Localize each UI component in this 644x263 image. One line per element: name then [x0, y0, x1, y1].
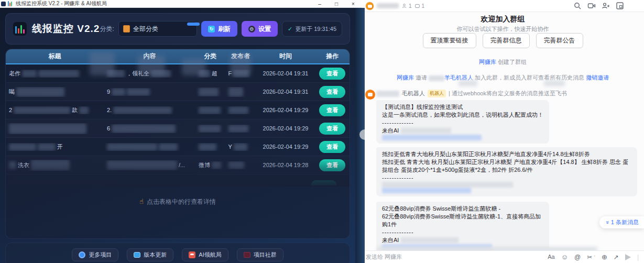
bot-badge: 机器人 — [428, 90, 446, 97]
invite-line: 网赚库 邀请 羊毛机器人 加入此群，新成员入群可查看所有历史消息 撤销邀请 — [362, 74, 644, 82]
new-message-badge[interactable]: » 1 条新消息 — [599, 216, 644, 228]
redacted-blur — [544, 80, 565, 86]
table-row[interactable]: 老作 ，领礼全 超 F 2026-02-04 19:31 查看 — [6, 64, 350, 83]
view-button[interactable]: 查看 — [319, 141, 345, 153]
sidebar-edge-strip — [355, 8, 365, 263]
redacted-link-blur — [382, 188, 471, 193]
app-logo-icon — [13, 22, 27, 36]
pointing-finger-icon: ☝ — [139, 198, 144, 205]
gear-icon: ⚙ — [248, 26, 255, 32]
view-button[interactable]: 查看 — [319, 159, 345, 171]
redacted-blur — [382, 182, 513, 188]
chat-header: 1 1 — [362, 0, 644, 12]
status-badge: ✓ 更新于 19:31:45 — [282, 21, 342, 37]
category-value: 全部分类 — [133, 25, 158, 34]
redacted-blur — [459, 80, 477, 86]
revoke-invite-link[interactable]: 撤销邀请 — [586, 74, 609, 81]
table-row[interactable]: 喝 9 2026-02-04 19:31 查看 — [6, 83, 350, 101]
welcome-title: 欢迎加入群组 — [362, 15, 644, 24]
ai-bureau-button[interactable]: AI领航局 — [182, 248, 228, 261]
people-icon — [401, 3, 407, 9]
column-header-time: 时间 — [256, 52, 315, 61]
redacted-blur — [376, 91, 399, 97]
robot-icon — [189, 251, 195, 258]
page-title: 线报监控 V2.2 — [32, 22, 100, 36]
column-header-action: 操作 — [315, 52, 350, 61]
complete-announcement-button[interactable]: 完善群公告 — [536, 33, 583, 48]
chevron-down-icon: » — [604, 221, 610, 224]
pin-links-button[interactable]: 置顶重要链接 — [423, 33, 476, 48]
message-composer[interactable]: 发送给 网赚库 Aa ☺ @ ✂ ˇ ⊕ ↗ | — [362, 250, 644, 263]
view-button[interactable]: 查看 — [319, 123, 345, 135]
message-bubble[interactable]: 【测试消息】线报监控推送测试 这是一条测试消息，如果您收到此消息，说明机器人配置… — [376, 100, 549, 144]
redacted-blur — [401, 128, 451, 134]
table-row[interactable]: 6 2026-02-04 19:29 查看 — [6, 119, 350, 138]
partial-view-button — [311, 180, 337, 185]
mention-icon[interactable]: @ — [574, 254, 581, 260]
more-apps-icon[interactable] — [616, 2, 624, 10]
group-name-redacted — [377, 3, 399, 8]
check-icon: ✓ — [288, 26, 292, 32]
monitor-app-body: 线报监控 V2.2 分类: 全部分类 ↻ 刷新 ⚙ 设置 ✓ 更新于 19:31… — [0, 8, 355, 263]
monitor-icon — [134, 252, 140, 258]
app-icon — [8, 1, 13, 6]
screenshot-chevron-icon: ˇ — [594, 255, 595, 259]
refresh-button[interactable]: ↻ 刷新 — [201, 21, 237, 37]
text-format-icon[interactable]: Aa — [548, 254, 554, 260]
redacted-link-blur — [382, 135, 482, 140]
version-update-button[interactable]: 版本更新 — [127, 248, 173, 261]
composer-placeholder: 发送给 网赚库 — [366, 253, 402, 261]
footer-toolbar: 更多项目 版本更新 AI领航局 项目社群 — [5, 243, 350, 263]
pin-count: 1 — [414, 3, 425, 9]
redacted-blur — [401, 237, 459, 243]
creator-link[interactable]: 网赚库 — [479, 59, 496, 65]
view-button[interactable]: 查看 — [319, 104, 345, 116]
screenshot-icon[interactable]: ✂ — [587, 254, 592, 260]
category-select[interactable]: 全部分类 — [118, 21, 197, 37]
bot-avatar[interactable] — [365, 90, 375, 100]
clipboard-icon — [123, 25, 130, 32]
video-call-icon[interactable] — [587, 2, 596, 10]
redacted-blur — [429, 75, 444, 81]
message-bubble[interactable]: 62元叠88vip消费券 Swisse斯维诗益生菌软糖 - 62元叠88vip消… — [376, 202, 549, 250]
app-header: 线报监控 V2.2 分类: 全部分类 ↻ 刷新 ⚙ 设置 ✓ 更新于 19:31… — [5, 13, 350, 45]
select-scroll-dash — [187, 23, 200, 26]
collapse-handle[interactable] — [359, 129, 365, 140]
chat-message-area: 欢迎加入群组 你可以尝试以下操作，快速开始协作 置顶重要链接 完善群信息 完善群… — [362, 12, 644, 250]
table-row[interactable]: 开 Y 2026-02-04 19:29 查看 — [6, 138, 350, 156]
settings-button[interactable]: ⚙ 设置 — [242, 21, 278, 37]
window-title: 线报监控系统 V2.2 - 网赚库 & AI领航局 — [16, 0, 107, 7]
table-header: 标题 内容 分类 发布者 时间 操作 — [6, 49, 350, 64]
bot-description: 通过webhook将自定义服务的消息推送至飞书 — [452, 90, 567, 96]
add-member-icon[interactable] — [602, 2, 610, 10]
table-hint: ☝点击表格中的行查看详情 — [6, 198, 350, 206]
group-created-line: 网赚库 创建了群组 — [362, 58, 644, 66]
inviter-link[interactable]: 网赚库 — [397, 74, 414, 81]
emoji-icon[interactable]: ☺ — [561, 254, 568, 260]
maximize-button[interactable]: □ — [328, 0, 345, 7]
more-projects-button[interactable]: 更多项目 — [72, 248, 118, 261]
search-icon[interactable] — [573, 2, 582, 10]
welcome-subtitle: 你可以尝试以下操作，快速开始协作 — [362, 25, 644, 33]
community-button[interactable]: 项目社群 — [237, 248, 283, 261]
bot-name: 毛机器人 — [402, 90, 425, 97]
refresh-icon: ↻ — [208, 26, 215, 32]
table-row[interactable]: 洗衣 /... 微博 2026-02-04 19:28 查看 — [6, 156, 350, 174]
table-row[interactable]: 2款 2. 2026-02-04 19:29 查看 — [6, 101, 350, 119]
close-button[interactable]: × — [345, 0, 362, 7]
member-count: 1 — [401, 3, 412, 9]
updated-time: 更新于 19:31:45 — [295, 25, 336, 33]
attach-icon[interactable]: ⊕ — [602, 254, 607, 260]
book-icon — [244, 252, 250, 258]
view-button[interactable]: 查看 — [319, 86, 345, 98]
group-avatar[interactable] — [365, 2, 374, 10]
message-sender-row: 毛机器人 机器人 | 通过webhook将自定义服务的消息推送至飞书 — [376, 90, 567, 97]
welcome-actions: 置顶重要链接 完善群信息 完善群公告 — [362, 33, 644, 48]
expand-icon[interactable]: ↗ — [614, 254, 619, 260]
globe-icon — [79, 251, 85, 258]
send-icon[interactable] — [625, 254, 631, 260]
view-button[interactable]: 查看 — [319, 68, 345, 80]
minimize-button[interactable]: – — [311, 0, 328, 7]
message-bubble[interactable]: 抵扣更低青青大地秋月梨山东莱阳正宗秋月冰糖梨产地直发净重4斤14.8生鲜8折券 … — [376, 147, 637, 196]
complete-group-info-button[interactable]: 完善群信息 — [483, 33, 530, 48]
